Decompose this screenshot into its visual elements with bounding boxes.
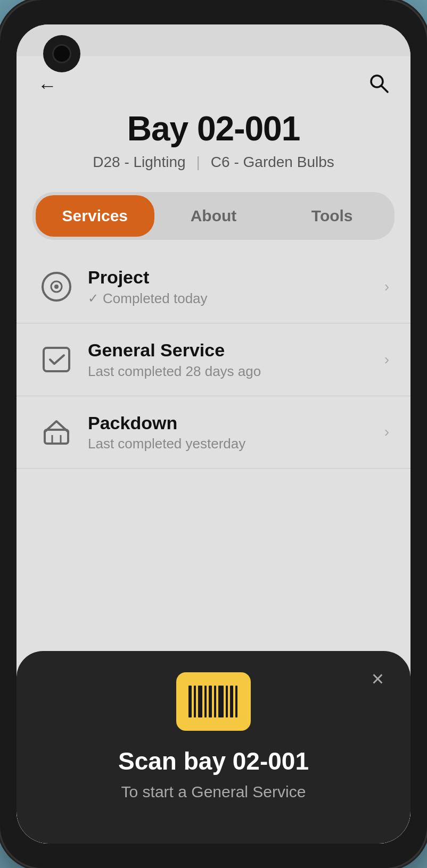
project-name: Project — [88, 266, 384, 288]
svg-rect-16 — [226, 686, 228, 717]
status-bar — [17, 24, 410, 56]
tabs-container: Services About Tools — [32, 192, 395, 240]
packdown-name: Packdown — [88, 412, 384, 434]
camera-notch — [43, 35, 80, 72]
close-button[interactable]: × — [372, 667, 384, 691]
svg-rect-9 — [188, 686, 192, 717]
phone-frame: ← Bay 02-001 D28 - Lighting | C6 - Garde… — [0, 0, 427, 868]
back-button[interactable]: ← — [38, 74, 57, 97]
svg-rect-12 — [204, 686, 207, 717]
project-status: ✓ Completed today — [88, 290, 384, 307]
subtitle-right: C6 - Garden Bulbs — [211, 154, 334, 171]
svg-line-1 — [382, 86, 388, 92]
general-status: Last completed 28 days ago — [88, 363, 384, 380]
camera-lens — [52, 44, 71, 63]
tab-about[interactable]: About — [154, 195, 273, 237]
svg-point-4 — [54, 285, 59, 289]
tab-services[interactable]: Services — [36, 195, 154, 237]
page-title: Bay 02-001 — [17, 104, 410, 152]
packdown-info: Packdown Last completed yesterday — [88, 412, 384, 453]
service-item-general[interactable]: General Service Last completed 28 days a… — [17, 323, 410, 396]
svg-rect-5 — [44, 348, 69, 371]
tab-tools[interactable]: Tools — [273, 195, 391, 237]
service-item-project[interactable]: Project ✓ Completed today › — [17, 251, 410, 323]
general-info: General Service Last completed 28 days a… — [88, 339, 384, 380]
general-service-icon — [38, 341, 75, 378]
svg-rect-15 — [218, 686, 224, 717]
project-chevron: › — [384, 278, 389, 295]
general-name: General Service — [88, 339, 384, 361]
packdown-chevron: › — [384, 423, 389, 440]
page-subtitle: D28 - Lighting | C6 - Garden Bulbs — [17, 152, 410, 181]
svg-rect-11 — [198, 686, 202, 717]
packdown-status: Last completed yesterday — [88, 436, 384, 452]
packdown-icon — [38, 413, 75, 450]
svg-rect-10 — [194, 686, 196, 717]
barcode-icon — [176, 672, 251, 731]
search-button[interactable] — [368, 72, 389, 98]
project-icon — [38, 268, 75, 305]
bottom-sheet: × Scan ba — [17, 651, 410, 844]
scan-title: Scan bay 02-001 — [118, 747, 309, 775]
project-info: Project ✓ Completed today — [88, 266, 384, 307]
service-item-packdown[interactable]: Packdown Last completed yesterday › — [17, 396, 410, 469]
svg-rect-18 — [235, 686, 237, 717]
phone-screen: ← Bay 02-001 D28 - Lighting | C6 - Garde… — [17, 24, 410, 844]
check-icon: ✓ — [88, 291, 98, 306]
svg-rect-14 — [214, 686, 216, 717]
svg-rect-13 — [209, 686, 212, 717]
svg-rect-17 — [230, 686, 233, 717]
svg-rect-6 — [45, 430, 68, 444]
scan-subtitle: To start a General Service — [121, 783, 306, 801]
subtitle-left: D28 - Lighting — [93, 154, 185, 171]
general-chevron: › — [384, 351, 389, 368]
svg-point-0 — [371, 76, 383, 87]
content-area: ← Bay 02-001 D28 - Lighting | C6 - Garde… — [17, 56, 410, 844]
subtitle-divider: | — [196, 154, 200, 171]
